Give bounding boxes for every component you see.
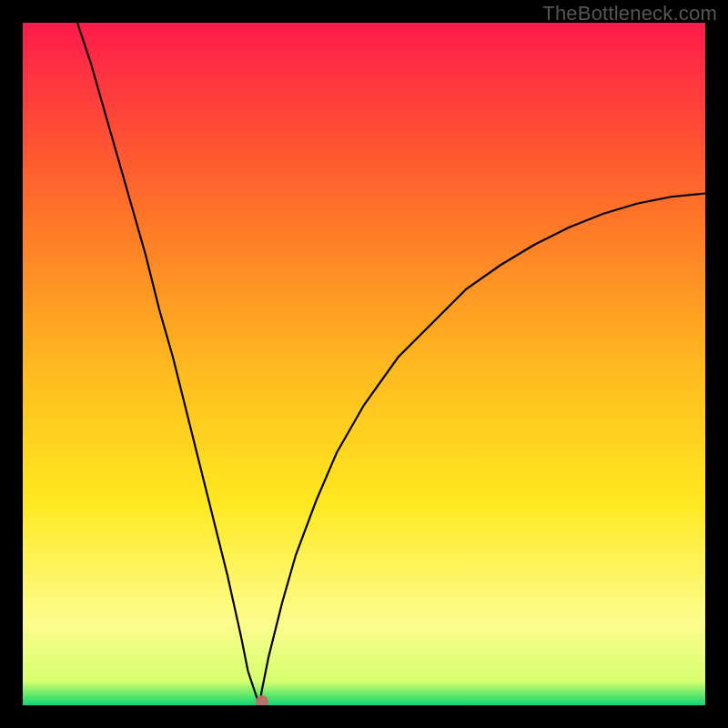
watermark-text: TheBottleneck.com — [542, 2, 717, 25]
curve-layer — [23, 23, 705, 705]
outer-frame: TheBottleneck.com — [0, 0, 728, 728]
bottleneck-curve — [77, 23, 705, 705]
plot-area — [23, 23, 705, 705]
optimum-marker — [256, 695, 268, 705]
